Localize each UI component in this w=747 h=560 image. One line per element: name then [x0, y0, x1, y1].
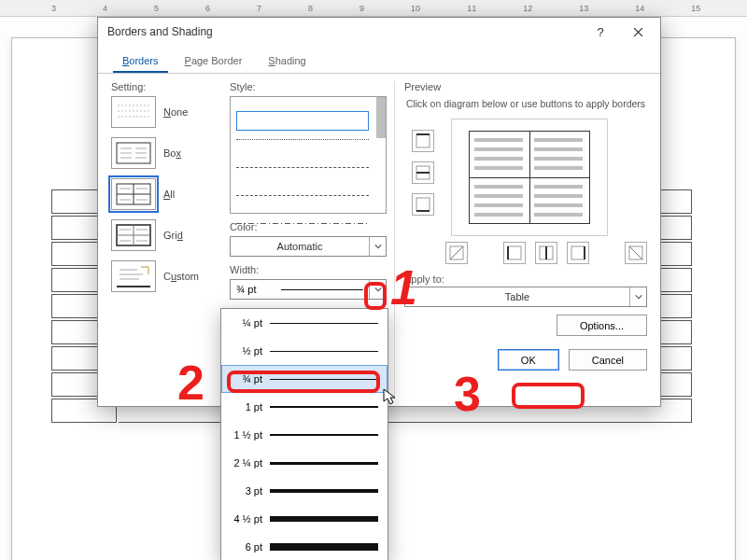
preview-btn-left[interactable]: [503, 242, 526, 264]
options-button[interactable]: Options...: [557, 315, 647, 336]
width-dropdown[interactable]: ¾ pt: [230, 279, 387, 300]
ruler: 3456789101112131415: [0, 0, 747, 17]
svg-line-35: [450, 246, 463, 259]
preview-column: Preview Click on diagram below or use bu…: [394, 81, 647, 397]
chevron-down-icon: [369, 237, 386, 256]
ok-button[interactable]: OK: [498, 349, 559, 371]
width-value: ¾ pt: [231, 284, 275, 295]
width-label: Width:: [230, 264, 387, 275]
setting-grid-icon: [111, 219, 156, 251]
svg-line-43: [629, 246, 642, 259]
style-option-dashed[interactable]: [236, 195, 369, 215]
dialog-title: Borders and Shading: [107, 25, 582, 38]
apply-to-label: Apply to:: [404, 273, 647, 285]
tab-borders-label: Borders: [122, 55, 159, 66]
width-option[interactable]: 2 ¼ pt: [221, 449, 388, 477]
width-option[interactable]: 3 pt: [221, 477, 388, 505]
svg-rect-28: [416, 134, 430, 147]
setting-column: Setting: None Box All Grid Custom: [111, 81, 222, 397]
apply-to-value: Table: [405, 291, 629, 302]
preview-btn-hmid[interactable]: [412, 161, 434, 184]
setting-box-icon: [111, 137, 156, 169]
tab-shading[interactable]: Shading: [259, 49, 315, 73]
dialog-help-button[interactable]: ?: [582, 19, 619, 45]
setting-custom-icon: [111, 260, 156, 292]
cancel-button-label: Cancel: [592, 355, 624, 366]
preview-btn-diag2[interactable]: [625, 242, 647, 264]
tab-shading-label: Shading: [268, 55, 305, 66]
setting-all-label: All: [163, 189, 175, 200]
close-icon: [633, 27, 643, 37]
setting-all-icon: [111, 178, 156, 210]
width-option[interactable]: 6 pt: [221, 533, 388, 560]
preview-label: Preview: [404, 81, 647, 92]
preview-diagram[interactable]: [451, 119, 608, 236]
svg-rect-36: [508, 246, 521, 259]
style-label: Style:: [230, 81, 387, 92]
setting-none[interactable]: None: [111, 96, 222, 128]
dialog-tabs: Borders Page Border Shading: [98, 46, 660, 74]
chevron-down-icon: [629, 287, 646, 306]
preview-btn-bottom[interactable]: [412, 193, 434, 216]
tab-page-border-label: Page Border: [185, 55, 243, 66]
style-option-dashdot[interactable]: [236, 223, 369, 243]
style-list[interactable]: [230, 96, 387, 214]
style-option-dashed-fine[interactable]: [236, 167, 369, 187]
setting-box-label: Box: [163, 147, 181, 159]
preview-btn-vmid[interactable]: [535, 242, 557, 264]
width-option[interactable]: 1 pt: [221, 393, 388, 421]
width-chevron-icon: [369, 280, 386, 299]
setting-box[interactable]: Box: [111, 137, 222, 169]
setting-label: Setting:: [111, 81, 222, 92]
width-option[interactable]: ½ pt: [221, 337, 388, 365]
style-option-dotted[interactable]: [236, 139, 369, 159]
setting-none-icon: [111, 96, 156, 128]
tab-borders[interactable]: Borders: [113, 49, 168, 73]
ok-button-label: OK: [521, 355, 536, 366]
preview-hint: Click on diagram below or use buttons to…: [404, 98, 647, 109]
setting-grid[interactable]: Grid: [111, 219, 222, 251]
tab-page-border[interactable]: Page Border: [176, 49, 252, 73]
svg-rect-40: [571, 246, 585, 259]
width-option[interactable]: ¼ pt: [221, 309, 388, 337]
apply-to-dropdown[interactable]: Table: [404, 287, 647, 307]
svg-rect-32: [416, 198, 430, 211]
style-option-solid[interactable]: [236, 111, 369, 131]
setting-custom[interactable]: Custom: [111, 260, 222, 292]
width-dropdown-list[interactable]: ¼ pt½ pt¾ pt1 pt1 ½ pt2 ¼ pt3 pt4 ½ pt6 …: [220, 308, 388, 560]
preview-btn-top[interactable]: [412, 130, 434, 152]
options-button-label: Options...: [580, 320, 624, 331]
width-option[interactable]: 4 ½ pt: [221, 505, 388, 533]
setting-all[interactable]: All: [111, 178, 222, 210]
setting-grid-label: Grid: [163, 230, 183, 241]
setting-custom-label: Custom: [163, 271, 199, 282]
width-option[interactable]: 1 ½ pt: [221, 421, 388, 449]
preview-btn-diag1[interactable]: [445, 242, 468, 264]
preview-btn-right[interactable]: [567, 242, 589, 264]
style-scrollbar[interactable]: [376, 97, 386, 138]
width-preview: [275, 289, 369, 290]
setting-none-label: None: [163, 106, 188, 118]
dialog-close-button[interactable]: [619, 19, 656, 45]
width-option[interactable]: ¾ pt: [221, 365, 388, 393]
cancel-button[interactable]: Cancel: [569, 349, 647, 371]
dialog-titlebar[interactable]: Borders and Shading ?: [98, 18, 660, 46]
